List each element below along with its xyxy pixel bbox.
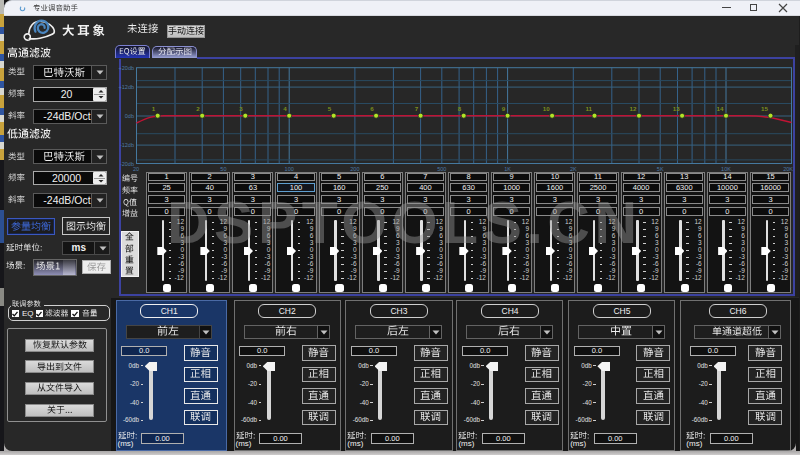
svg-text:20: 20: [133, 166, 139, 172]
svg-text:14: 14: [717, 105, 724, 112]
svg-text:15: 15: [761, 105, 768, 112]
svg-text:4: 4: [283, 105, 287, 112]
svg-text:13: 13: [673, 105, 680, 112]
svg-text:1: 1: [152, 105, 156, 112]
svg-text:10: 10: [543, 105, 550, 112]
svg-text:6: 6: [370, 105, 374, 112]
svg-text:+20db: +20db: [119, 65, 134, 71]
svg-text:8: 8: [458, 105, 462, 112]
svg-text:-20db: -20db: [120, 161, 134, 167]
svg-text:11: 11: [585, 105, 592, 112]
svg-text:12: 12: [630, 105, 637, 112]
svg-text:-12db: -12db: [120, 142, 134, 148]
svg-text:0db: 0db: [125, 113, 134, 119]
svg-text:9: 9: [502, 105, 506, 112]
svg-text:+12db: +12db: [119, 84, 134, 90]
svg-text:2: 2: [196, 105, 200, 112]
svg-text:5: 5: [328, 105, 332, 112]
svg-text:3: 3: [239, 105, 243, 112]
svg-text:7: 7: [415, 105, 419, 112]
